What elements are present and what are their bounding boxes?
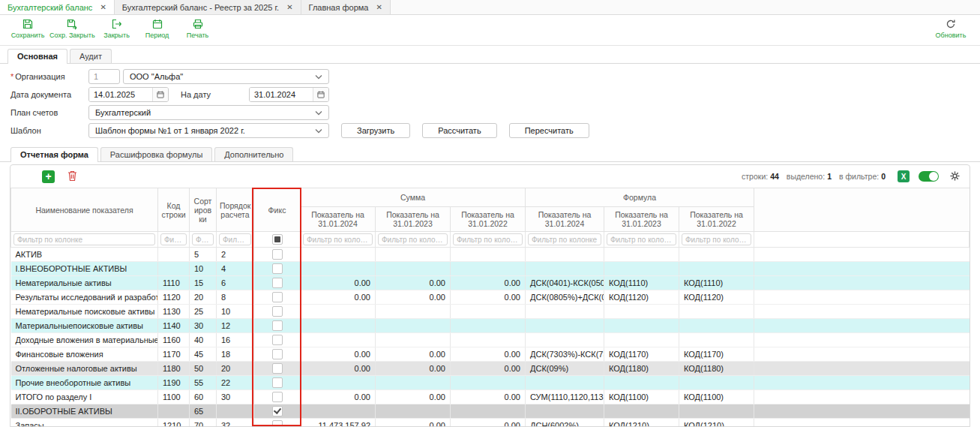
cell-formula-2024 [526,262,604,276]
col-header-name[interactable]: Наименование показателя [11,188,158,232]
fix-checkbox[interactable] [272,278,283,288]
table-row[interactable]: Отложенные налоговые активы 1180 50 20 0… [11,362,970,376]
col-header-sum-2023[interactable]: Показатель на 31.01.2023 [376,207,451,232]
table-row[interactable]: АКТИВ 5 2 [11,248,970,262]
close-icon[interactable]: ✕ [100,4,106,11]
cell-filler [754,319,970,333]
fix-checkbox[interactable] [272,377,283,388]
fix-checkbox[interactable] [272,320,283,331]
fix-checkbox[interactable] [272,363,283,374]
col-header-formula-2023[interactable]: Показатель на 31.01.2023 [604,207,679,232]
col-header-sum-2022[interactable]: Показатель на 31.01.2022 [451,207,526,232]
calculate-button[interactable]: Рассчитать [422,123,496,138]
organization-code-input[interactable] [88,69,120,84]
column-filter-input[interactable] [160,233,187,245]
close-icon[interactable]: ✕ [376,4,382,11]
fix-checkbox[interactable] [272,420,283,427]
table-row[interactable]: Прочие внеоборотные активы 1190 55 22 [11,376,970,390]
cell-sum-2022 [451,248,526,262]
filter-toggle[interactable] [919,171,939,182]
cell-fix [254,305,301,319]
save-close-button[interactable]: Сохр. Закрыть [49,18,95,39]
table-row[interactable]: Материальныепоисковые активы 1140 30 12 [11,319,970,333]
column-filter-input[interactable] [13,233,155,245]
column-filter-input[interactable] [378,233,448,245]
fix-checkbox[interactable] [272,349,283,359]
chart-of-accounts-select[interactable]: Бухгалтерский [88,105,329,120]
fix-checkbox[interactable] [272,292,283,302]
cell-sum-2023 [376,305,451,319]
cell-filler [754,333,970,347]
cell-sum-2024: 11 473 157.92 [301,419,376,427]
cell-indicator-name: ИТОГО по разделу I [11,390,158,404]
save-button[interactable]: Сохранить [9,18,46,39]
delete-row-button[interactable] [67,170,78,183]
print-button[interactable]: Печать [179,18,217,39]
fix-checkbox[interactable] [272,392,283,402]
tab-formula-decode[interactable]: Расшифровка формулы [100,147,212,161]
calendar-icon[interactable] [152,88,168,101]
load-button[interactable]: Загрузить [341,123,410,138]
fix-checkbox[interactable] [272,263,283,274]
cell-indicator-name: I.ВНЕОБОРОТНЫЕ АКТИВЫ [11,262,158,276]
col-header-sum-2024[interactable]: Показатель на 31.01.2024 [301,207,376,232]
tab-main[interactable]: Основная [7,49,67,64]
table-row[interactable]: Доходные вложения в материальные ц... 11… [11,333,970,347]
column-filter-input[interactable] [682,233,751,245]
cell-calc-order: 20 [217,362,254,376]
grid-settings-button[interactable] [949,170,961,183]
organization-select[interactable]: ООО "Альфа" [123,69,329,84]
col-header-formula-2024[interactable]: Показатель на 31.01.2024 [526,207,604,232]
table-row[interactable]: Нематериальные активы 1110 15 6 0.00 0.0… [11,276,970,290]
fix-filter-checkbox[interactable] [272,234,283,245]
column-filter-input[interactable] [528,233,601,245]
column-filter-input[interactable] [219,233,251,245]
template-select[interactable]: Шаблон формы №1 от 1 января 2022 г. [88,123,329,138]
col-header-fix[interactable]: Фикс [254,188,301,232]
column-filter-input[interactable] [453,233,523,245]
close-button[interactable]: Закрыть [98,18,136,39]
table-row[interactable]: Нематериальные поисковые активы 1130 25 … [11,305,970,319]
tab-audit[interactable]: Аудит [70,49,112,63]
doc-date-input[interactable] [89,88,152,101]
window-tab-registry[interactable]: Бухгалтерский баланс - Реестр за 2025 г.… [115,0,301,14]
window-tab-balance[interactable]: Бухгалтерский баланс ✕ [0,0,115,14]
column-filter-input[interactable] [607,233,676,245]
col-header-formula-2022[interactable]: Показатель на 31.01.2022 [679,207,754,232]
fix-checkbox[interactable] [272,249,283,260]
fix-checkbox[interactable] [272,335,283,345]
table-row[interactable]: Запасы 1210 70 32 11 473 157.92 0.00 0.0… [11,419,970,427]
table-row[interactable]: ИТОГО по разделу I 1100 60 30 0.00 0.00 … [11,390,970,404]
close-icon[interactable]: ✕ [286,4,292,11]
refresh-button[interactable]: Обновить [932,18,970,39]
table-row[interactable]: Результаты исследований и разработок 112… [11,290,970,305]
tab-report-form[interactable]: Отчетная форма [10,147,98,162]
column-filter-input[interactable] [303,233,373,245]
filtered-count-value: 0 [881,172,886,181]
fix-checkbox[interactable] [272,306,283,317]
period-button[interactable]: Период [139,18,176,39]
tab-additional[interactable]: Дополнительно [214,147,293,161]
recalculate-button[interactable]: Пересчитать [509,123,589,138]
table-row[interactable]: Финансовые вложения 1170 45 18 0.00 0.00… [11,347,970,362]
main-tab-strip: Основная Аудит [0,46,980,64]
cell-row-code: 1140 [158,319,190,333]
on-date-input[interactable] [250,88,313,101]
cell-sum-2024 [301,319,376,333]
window-tab-main-form[interactable]: Главная форма ✕ [301,0,391,14]
table-row[interactable]: I.ВНЕОБОРОТНЫЕ АКТИВЫ 10 4 [11,262,970,276]
excel-export-button[interactable]: X [898,170,910,182]
col-header-code[interactable]: Код строки [158,188,190,232]
cell-filler [754,248,970,262]
col-header-filler [754,188,970,232]
cell-row-code: 1210 [158,419,190,427]
col-header-order[interactable]: Порядок расчета [217,188,254,232]
cell-sum-2023 [376,248,451,262]
col-header-sort[interactable]: Сортировки [190,188,217,232]
cell-filler [754,262,970,276]
table-row[interactable]: II.ОБОРОТНЫЕ АКТИВЫ 65 [11,404,970,419]
fix-checkbox[interactable] [272,406,283,416]
column-filter-input[interactable] [192,233,214,245]
calendar-icon[interactable] [313,88,328,101]
add-row-button[interactable]: + [42,170,55,183]
